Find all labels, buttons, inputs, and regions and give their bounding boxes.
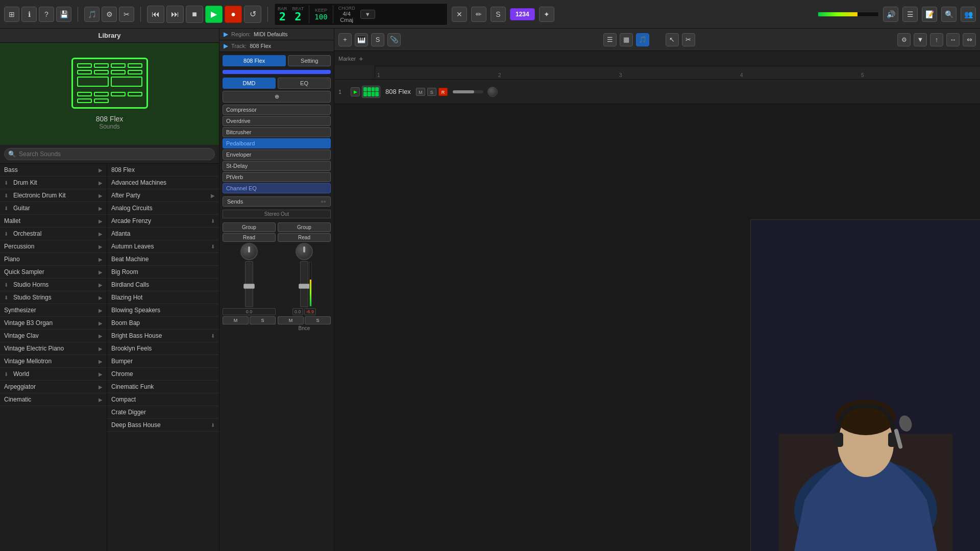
plugin-ptverb[interactable]: PtVerb bbox=[223, 172, 331, 182]
preset-bumper[interactable]: Bumper bbox=[107, 355, 219, 368]
piano-roll-btn[interactable]: 🎵 bbox=[636, 33, 649, 46]
plugin-bitcrusher[interactable]: Bitcrusher bbox=[223, 127, 331, 137]
fader-handle-2[interactable] bbox=[299, 284, 310, 289]
grid-btn[interactable]: ⊞ bbox=[4, 7, 19, 22]
plugin-pedalboard[interactable]: Pedalboard bbox=[223, 138, 331, 148]
volume-slider[interactable] bbox=[223, 70, 331, 74]
preset-808-flex[interactable]: 808 Flex bbox=[107, 164, 219, 177]
s-btn-top[interactable]: S bbox=[491, 7, 506, 22]
cat-cinematic[interactable]: Cinematic ▶ bbox=[0, 393, 107, 406]
preset-bright-bass-house[interactable]: Bright Bass House⬇ bbox=[107, 330, 219, 342]
metronome-btn[interactable]: 🎵 bbox=[84, 7, 100, 22]
preset-blazing-hot[interactable]: Blazing Hot bbox=[107, 291, 219, 304]
preset-analog-circuits[interactable]: Analog Circuits bbox=[107, 202, 219, 215]
speaker-btn[interactable]: 🔊 bbox=[883, 7, 898, 22]
chord-dropdown[interactable]: ▼ bbox=[360, 10, 375, 19]
track-mute-btn-1[interactable]: M bbox=[416, 88, 425, 96]
pointer-tool-btn[interactable]: ↖ bbox=[666, 33, 679, 46]
cat-drum-kit[interactable]: ⬇ Drum Kit ▶ bbox=[0, 177, 107, 189]
star-btn[interactable]: ✦ bbox=[539, 7, 554, 22]
cat-studio-strings[interactable]: ⬇ Studio Strings ▶ bbox=[0, 291, 107, 304]
cat-vintage-electric-piano[interactable]: Vintage Electric Piano ▶ bbox=[0, 342, 107, 355]
fast-forward-btn[interactable]: ⏭ bbox=[166, 6, 184, 23]
counter-btn[interactable]: 1234 bbox=[510, 8, 535, 20]
up-btn[interactable]: ↑ bbox=[930, 33, 943, 46]
track-icon-grid[interactable] bbox=[362, 86, 380, 98]
rewind-btn[interactable]: ⏮ bbox=[147, 6, 164, 23]
group-btn-1[interactable]: Group bbox=[223, 222, 276, 232]
save-btn[interactable]: 💾 bbox=[56, 7, 71, 22]
cat-synthesizer[interactable]: Synthesizer ▶ bbox=[0, 304, 107, 317]
track-volume-slider-1[interactable] bbox=[453, 90, 483, 93]
preset-compact[interactable]: Compact bbox=[107, 393, 219, 406]
record-btn[interactable]: ● bbox=[225, 6, 242, 23]
preset-big-room[interactable]: Big Room bbox=[107, 266, 219, 279]
preset-atlanta[interactable]: Atlanta bbox=[107, 228, 219, 240]
midi-btn[interactable]: 🎹 bbox=[355, 33, 368, 46]
s-arrange-btn[interactable]: S bbox=[371, 33, 384, 46]
cat-vintage-mellotron[interactable]: Vintage Mellotron ▶ bbox=[0, 355, 107, 368]
link-btn[interactable]: ⊕ bbox=[223, 91, 331, 103]
mixer-btn[interactable]: ⚙ bbox=[102, 7, 117, 22]
preset-after-party[interactable]: After Party▶ bbox=[107, 189, 219, 202]
track-record-btn-1[interactable]: R bbox=[438, 88, 448, 96]
preset-deep-bass-house[interactable]: Deep Bass House⬇ bbox=[107, 419, 219, 432]
group-btn-2[interactable]: Group bbox=[278, 222, 331, 232]
search-input[interactable] bbox=[4, 148, 215, 160]
preset-blowing-speakers[interactable]: Blowing Speakers bbox=[107, 304, 219, 317]
eq-btn[interactable]: EQ bbox=[278, 78, 331, 89]
fader-handle-1[interactable] bbox=[243, 284, 255, 289]
cat-studio-horns[interactable]: ⬇ Studio Horns ▶ bbox=[0, 279, 107, 291]
search-top-btn[interactable]: 🔍 bbox=[941, 7, 957, 22]
add-track-btn[interactable]: + bbox=[338, 33, 352, 46]
mute-btn-2[interactable]: M bbox=[278, 316, 304, 324]
sends-btn[interactable]: Sends ●● bbox=[223, 196, 331, 207]
zoom-btn[interactable]: ⇔ bbox=[963, 33, 976, 46]
preset-beat-machine[interactable]: Beat Machine bbox=[107, 253, 219, 266]
plugin-channel-eq[interactable]: Channel EQ bbox=[223, 183, 331, 193]
track-solo-btn-1[interactable]: S bbox=[427, 88, 436, 96]
info-btn[interactable]: ℹ bbox=[21, 7, 37, 22]
pencil-btn[interactable]: ✏ bbox=[471, 7, 486, 22]
preset-birdland-calls[interactable]: Birdland Calls bbox=[107, 279, 219, 291]
play-btn[interactable]: ▶ bbox=[205, 6, 223, 23]
instrument-btn[interactable]: 808 Flex bbox=[223, 55, 286, 66]
track-pan-knob-1[interactable] bbox=[487, 87, 498, 97]
preset-chrome[interactable]: Chrome bbox=[107, 368, 219, 381]
fader-track-2[interactable] bbox=[300, 261, 308, 307]
split-tool-btn[interactable]: ✂ bbox=[682, 33, 695, 46]
list-view-btn[interactable]: ☰ bbox=[902, 7, 918, 22]
plugin-enveloper[interactable]: Enveloper bbox=[223, 149, 331, 160]
help-btn[interactable]: ? bbox=[39, 7, 54, 22]
cat-orchestral[interactable]: ⬇ Orchestral ▶ bbox=[0, 228, 107, 240]
arrange-gear-btn[interactable]: ⚙ bbox=[897, 33, 911, 46]
snap-btn[interactable]: 📎 bbox=[387, 33, 401, 46]
stop-btn[interactable]: ■ bbox=[186, 6, 203, 23]
cat-mallet[interactable]: Mallet ▶ bbox=[0, 215, 107, 228]
preset-arcade-frenzy[interactable]: Arcade Frenzy⬇ bbox=[107, 215, 219, 228]
scale-btn[interactable]: ↔ bbox=[946, 33, 960, 46]
cat-percussion[interactable]: Percussion ▶ bbox=[0, 240, 107, 253]
preset-cinematic-funk[interactable]: Cinematic Funk bbox=[107, 381, 219, 393]
plugin-overdrive[interactable]: Overdrive bbox=[223, 116, 331, 126]
fader-track-1[interactable] bbox=[245, 261, 253, 307]
plugin-st-delay[interactable]: St-Delay bbox=[223, 161, 331, 171]
cut-btn[interactable]: ✂ bbox=[119, 7, 134, 22]
delete-btn[interactable]: ✕ bbox=[452, 7, 467, 22]
cat-vintage-clav[interactable]: Vintage Clav ▶ bbox=[0, 330, 107, 342]
pan-knob-1[interactable] bbox=[240, 243, 258, 260]
mute-btn-1[interactable]: M bbox=[223, 316, 249, 324]
cycle-btn[interactable]: ↺ bbox=[244, 6, 261, 23]
dmd-btn[interactable]: DMD bbox=[223, 78, 276, 89]
cat-bass[interactable]: Bass ▶ bbox=[0, 164, 107, 177]
preset-autumn-leaves[interactable]: Autumn Leaves⬇ bbox=[107, 240, 219, 253]
marker-add-btn[interactable]: + bbox=[359, 55, 363, 63]
pan-knob-2[interactable] bbox=[296, 243, 313, 260]
track-play-btn[interactable]: ▶ bbox=[351, 87, 360, 96]
preset-advanced-machines[interactable]: Advanced Machines bbox=[107, 177, 219, 189]
read-btn-1[interactable]: Read bbox=[223, 233, 276, 242]
cat-quick-sampler[interactable]: Quick Sampler ▶ bbox=[0, 266, 107, 279]
chevron-down-btn[interactable]: ▼ bbox=[914, 33, 927, 46]
preset-crate-digger[interactable]: Crate Digger bbox=[107, 406, 219, 419]
cat-vintage-b3[interactable]: Vintage B3 Organ ▶ bbox=[0, 317, 107, 330]
